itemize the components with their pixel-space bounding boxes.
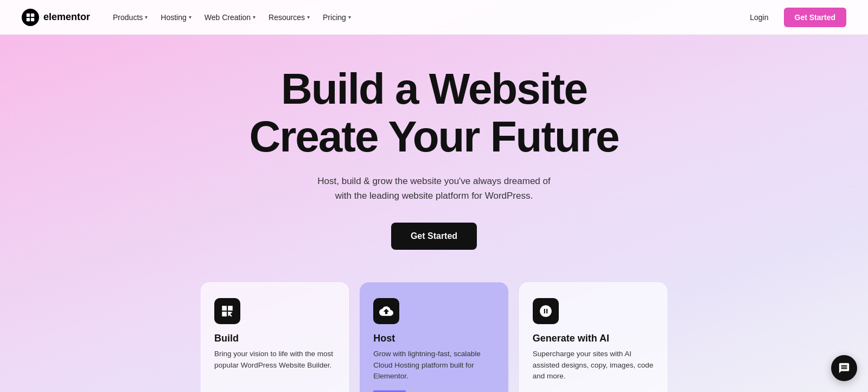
navbar: elementor Products ▾ Hosting ▾ Web Creat… [0,0,868,35]
svg-point-4 [542,307,544,309]
get-started-button-nav[interactable]: Get Started [784,8,846,27]
card-host-desc: Grow with lightning-fast, scalable Cloud… [373,349,494,382]
ai-icon [533,298,559,324]
hero-section: Build a Website Create Your Future Host,… [0,0,868,392]
chat-support-bubble[interactable] [831,355,857,381]
card-build-title: Build [214,333,335,344]
nav-item-hosting[interactable]: Hosting ▾ [155,10,196,25]
build-icon [214,298,240,324]
nav-item-web-creation[interactable]: Web Creation ▾ [199,10,261,25]
card-ai-desc: Supercharge your sites with AI assisted … [533,349,654,382]
nav-item-resources[interactable]: Resources ▾ [263,10,315,25]
host-icon [373,298,399,324]
nav-item-pricing[interactable]: Pricing ▾ [317,10,356,25]
chevron-down-icon: ▾ [307,14,310,20]
svg-rect-3 [31,17,34,21]
chevron-down-icon: ▾ [145,14,148,20]
card-host[interactable]: Host Grow with lightning-fast, scalable … [360,282,508,392]
cards-row: Build Bring your vision to life with the… [190,282,678,392]
nav-item-products[interactable]: Products ▾ [107,10,153,25]
hero-title: Build a Website Create Your Future [249,65,618,161]
chevron-down-icon: ▾ [253,14,256,20]
login-button[interactable]: Login [743,10,775,25]
logo[interactable]: elementor [22,9,90,26]
logo-icon [22,9,39,26]
nav-items: Products ▾ Hosting ▾ Web Creation ▾ Reso… [107,10,356,25]
chevron-down-icon: ▾ [189,14,192,20]
chevron-down-icon: ▾ [348,14,351,20]
hero-subtitle: Host, build & grow the website you've al… [317,174,550,203]
card-host-title: Host [373,333,494,344]
navbar-right: Login Get Started [743,8,846,27]
logo-text: elementor [43,11,90,23]
svg-rect-0 [27,13,30,16]
card-build-desc: Bring your vision to life with the most … [214,349,335,371]
hero-cta-button[interactable]: Get Started [391,223,477,250]
navbar-left: elementor Products ▾ Hosting ▾ Web Creat… [22,9,356,26]
card-ai[interactable]: Generate with AI Supercharge your sites … [519,282,667,392]
svg-rect-1 [31,13,34,16]
svg-point-5 [547,307,548,309]
card-build[interactable]: Build Bring your vision to life with the… [201,282,349,392]
svg-rect-2 [27,17,30,21]
card-ai-title: Generate with AI [533,333,654,344]
